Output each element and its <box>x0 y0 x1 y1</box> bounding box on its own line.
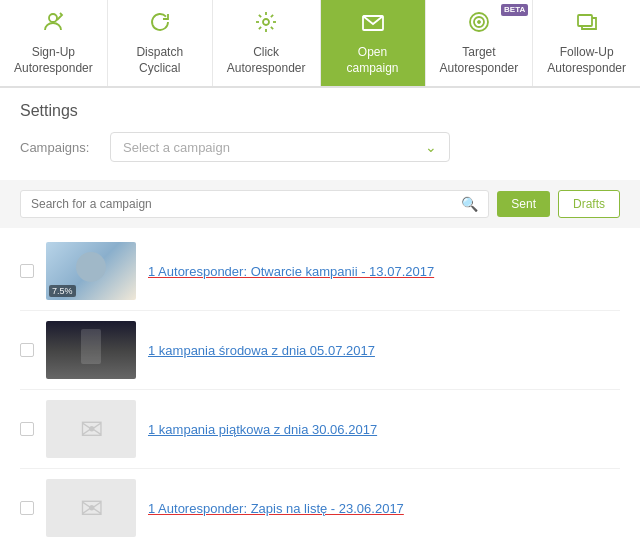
search-input-wrap: 🔍 <box>20 190 489 218</box>
campaign-checkbox-3[interactable] <box>20 422 34 436</box>
svg-line-7 <box>271 15 273 17</box>
campaign-name-1[interactable]: 1 Autoresponder: Otwarcie kampanii - 13.… <box>148 264 434 279</box>
nav-dispatch-label: DispatchCyclical <box>136 45 183 76</box>
search-area: 🔍 Sent Drafts <box>0 180 640 228</box>
nav-target[interactable]: BETA TargetAutoresponder <box>426 0 534 86</box>
settings-section: Settings Campaigns: Select a campaign ⌄ <box>0 88 640 170</box>
followup-icon <box>575 10 599 42</box>
svg-point-13 <box>478 21 480 23</box>
campaign-thumbnail-3: ✉ <box>46 400 136 458</box>
nav-followup-label: Follow-UpAutoresponder <box>547 45 626 76</box>
campaign-list: 1 Autoresponder: Otwarcie kampanii - 13.… <box>0 228 640 540</box>
nav-followup[interactable]: Follow-UpAutoresponder <box>533 0 640 86</box>
open-campaign-icon <box>361 10 385 42</box>
campaigns-row: Campaigns: Select a campaign ⌄ <box>20 132 620 162</box>
signup-icon <box>41 10 65 42</box>
nav-signup[interactable]: Sign-UpAutoresponder <box>0 0 108 86</box>
campaign-thumbnail-1 <box>46 242 136 300</box>
sent-button[interactable]: Sent <box>497 191 550 217</box>
list-item: ✉ 1 kampania piątkowa z dnia 30.06.2017 <box>20 390 620 469</box>
list-item: 1 Autoresponder: Otwarcie kampanii - 13.… <box>20 232 620 311</box>
dispatch-icon <box>148 10 172 42</box>
list-item: ✉ 1 Autoresponder: Zapis na listę - 23.0… <box>20 469 620 540</box>
campaign-thumbnail-2 <box>46 321 136 379</box>
nav-click[interactable]: ClickAutoresponder <box>213 0 321 86</box>
svg-line-6 <box>271 27 273 29</box>
svg-line-8 <box>259 27 261 29</box>
campaign-checkbox-1[interactable] <box>20 264 34 278</box>
campaigns-label: Campaigns: <box>20 140 100 155</box>
campaign-name-2[interactable]: 1 kampania środowa z dnia 05.07.2017 <box>148 343 375 358</box>
nav-open-campaign[interactable]: Open campaign <box>321 0 426 86</box>
target-icon <box>467 10 491 42</box>
svg-point-0 <box>49 14 57 22</box>
campaign-select-placeholder: Select a campaign <box>123 140 230 155</box>
settings-title: Settings <box>20 102 620 120</box>
campaign-checkbox-2[interactable] <box>20 343 34 357</box>
nav-signup-label: Sign-UpAutoresponder <box>14 45 93 76</box>
envelope-icon: ✉ <box>80 413 103 446</box>
nav-target-label: TargetAutoresponder <box>440 45 519 76</box>
campaign-name-4[interactable]: 1 Autoresponder: Zapis na listę - 23.06.… <box>148 501 404 516</box>
list-item: 1 kampania środowa z dnia 05.07.2017 <box>20 311 620 390</box>
svg-rect-14 <box>578 15 592 26</box>
top-navigation: Sign-UpAutoresponder DispatchCyclical <box>0 0 640 88</box>
beta-badge: BETA <box>501 4 528 16</box>
drafts-button[interactable]: Drafts <box>558 190 620 218</box>
envelope-icon: ✉ <box>80 492 103 525</box>
search-input[interactable] <box>31 197 461 211</box>
svg-point-9 <box>263 19 269 25</box>
nav-dispatch[interactable]: DispatchCyclical <box>108 0 213 86</box>
campaign-select-dropdown[interactable]: Select a campaign ⌄ <box>110 132 450 162</box>
campaign-name-3[interactable]: 1 kampania piątkowa z dnia 30.06.2017 <box>148 422 377 437</box>
nav-open-campaign-label: Open campaign <box>335 45 411 76</box>
campaign-thumbnail-4: ✉ <box>46 479 136 537</box>
svg-line-5 <box>259 15 261 17</box>
click-icon <box>254 10 278 42</box>
campaign-checkbox-4[interactable] <box>20 501 34 515</box>
nav-click-label: ClickAutoresponder <box>227 45 306 76</box>
chevron-down-icon: ⌄ <box>425 139 437 155</box>
search-icon: 🔍 <box>461 196 478 212</box>
